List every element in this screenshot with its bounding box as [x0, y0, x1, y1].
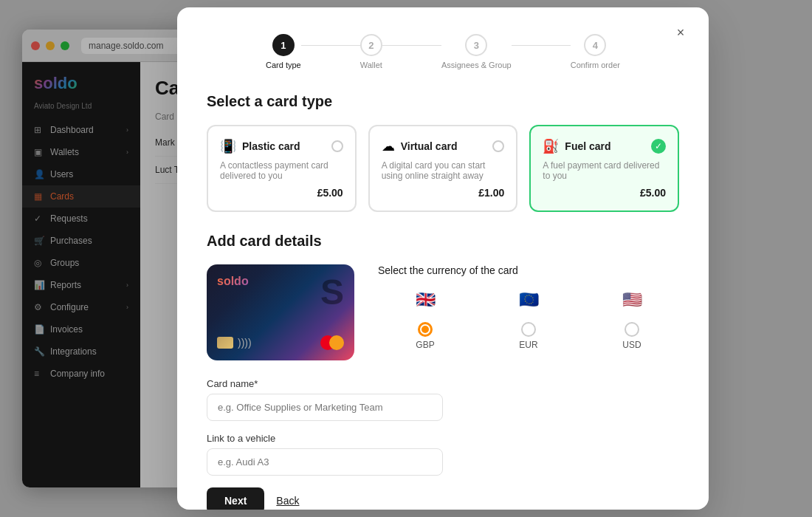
- fuel-check: ✓: [651, 139, 666, 154]
- currency-usd-radio[interactable]: USD: [585, 322, 679, 350]
- gbp-radio-circle[interactable]: [418, 322, 433, 337]
- eur-code: EUR: [519, 340, 537, 350]
- currency-gbp[interactable]: 🇬🇧: [378, 287, 472, 313]
- form-section: Card name* Link to a vehicle: [207, 378, 679, 476]
- plastic-radio[interactable]: [331, 140, 343, 152]
- currency-eur[interactable]: 🇪🇺: [481, 287, 576, 313]
- section-title-card-type: Select a card type: [207, 93, 679, 110]
- vehicle-group: Link to a vehicle: [207, 433, 679, 476]
- card-type-fuel[interactable]: ⛽ Fuel card ✓ A fuel payment card delive…: [529, 125, 679, 212]
- modal-overlay[interactable]: × 1 Card type 2 Wallet 3 Assignees & Gro…: [0, 0, 812, 517]
- back-button[interactable]: Back: [276, 495, 299, 507]
- currency-usd[interactable]: 🇺🇸: [585, 287, 679, 313]
- virtual-card-name: Virtual card: [401, 140, 458, 152]
- plastic-card-price: £5.00: [220, 187, 343, 199]
- fuel-card-desc: A fuel payment card delivered to you: [543, 160, 666, 181]
- card-bottom: )))): [217, 335, 344, 350]
- eur-flag: 🇪🇺: [515, 287, 542, 313]
- usd-code: USD: [622, 340, 641, 350]
- card-name-group: Card name*: [207, 378, 679, 421]
- card-types-container: 📳 Plastic card A contactless payment car…: [207, 125, 679, 212]
- plastic-card-desc: A contactless payment card delivered to …: [220, 160, 343, 181]
- modal-actions: Next Back: [207, 487, 679, 510]
- fuel-card-icon: ⛽: [543, 138, 559, 154]
- step-label-3: Assignees & Group: [441, 61, 512, 69]
- card-nfc-icon: )))): [238, 337, 252, 349]
- card-type-virtual[interactable]: ☁ Virtual card A digital card you can st…: [368, 125, 518, 212]
- card-name-label: Card name*: [207, 378, 679, 389]
- next-button[interactable]: Next: [207, 487, 264, 510]
- vehicle-input[interactable]: [207, 448, 443, 476]
- card-chip-nfc: )))): [217, 337, 252, 349]
- plastic-card-icon: 📳: [220, 138, 236, 154]
- virtual-card-price: £1.00: [382, 187, 505, 199]
- section-title-add-card: Add card details: [207, 233, 679, 250]
- mastercard-logo: [320, 335, 344, 350]
- currency-label: Select the currency of the card: [378, 264, 679, 276]
- modal-dialog: × 1 Card type 2 Wallet 3 Assignees & Gro…: [177, 7, 709, 510]
- step-4: 4 Confirm order: [571, 34, 620, 69]
- steps-bar: 1 Card type 2 Wallet 3 Assignees & Group…: [207, 34, 679, 69]
- fuel-card-price: £5.00: [543, 187, 666, 199]
- card-type-plastic[interactable]: 📳 Plastic card A contactless payment car…: [207, 125, 357, 212]
- card-name-input[interactable]: [207, 394, 443, 421]
- usd-flag: 🇺🇸: [619, 287, 645, 313]
- step-circle-2: 2: [360, 34, 382, 56]
- gbp-flag: 🇬🇧: [412, 287, 438, 313]
- step-circle-3: 3: [465, 34, 487, 56]
- step-line-1: [301, 45, 360, 46]
- card-chip: [217, 337, 233, 349]
- gbp-code: GBP: [416, 340, 434, 350]
- step-label-4: Confirm order: [571, 61, 620, 69]
- card-s-letter: S: [320, 272, 344, 312]
- step-1: 1 Card type: [266, 34, 301, 69]
- card-preview: soldo S )))): [207, 264, 354, 360]
- mc-circle-right: [329, 335, 344, 350]
- currency-gbp-radio[interactable]: GBP: [378, 322, 472, 350]
- step-2: 2 Wallet: [360, 34, 382, 69]
- currency-section: Select the currency of the card 🇬🇧 🇪🇺 🇺🇸: [378, 264, 679, 360]
- step-3: 3 Assignees & Group: [441, 34, 512, 69]
- step-label-2: Wallet: [360, 61, 382, 69]
- step-line-3: [512, 45, 571, 46]
- step-line-2: [382, 45, 441, 46]
- vehicle-label: Link to a vehicle: [207, 433, 679, 444]
- virtual-radio[interactable]: [492, 140, 504, 152]
- step-label-1: Card type: [266, 61, 301, 69]
- modal-close-button[interactable]: ×: [670, 22, 691, 43]
- add-card-section: soldo S )))) Select the currency of the …: [207, 264, 679, 360]
- virtual-card-desc: A digital card you can start using onlin…: [382, 160, 505, 181]
- step-circle-1: 1: [272, 34, 295, 56]
- currency-grid: 🇬🇧 🇪🇺 🇺🇸 GBP: [378, 287, 679, 350]
- step-circle-4: 4: [584, 34, 606, 56]
- fuel-card-name: Fuel card: [565, 140, 610, 152]
- plastic-card-name: Plastic card: [242, 140, 300, 152]
- currency-eur-radio[interactable]: EUR: [481, 322, 576, 350]
- virtual-card-icon: ☁: [382, 138, 395, 154]
